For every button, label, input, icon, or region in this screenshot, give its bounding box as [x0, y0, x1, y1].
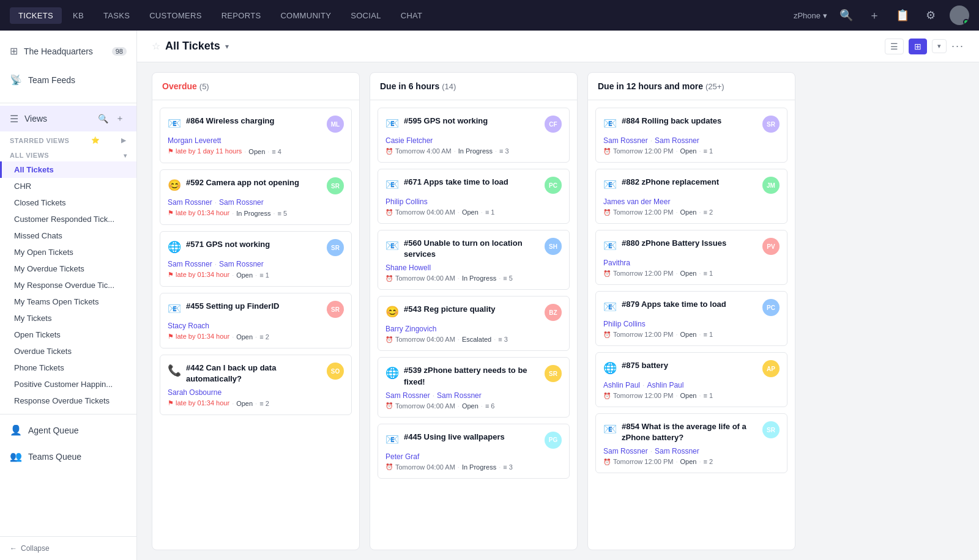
ticket-card-442[interactable]: 📞 #442 Can I back up data automatically?… — [160, 355, 352, 415]
sidebar-item-my-tickets[interactable]: My Tickets — [0, 310, 136, 326]
ticket-card-543[interactable]: 😊 #543 Reg picture quality BZ Barry Zing… — [378, 296, 570, 351]
sidebar-item-open-tickets[interactable]: Open Tickets — [0, 326, 136, 343]
views-icon: ☰ — [10, 113, 18, 125]
user-avatar[interactable] — [950, 6, 969, 25]
view-options-dropdown[interactable]: ▾ — [932, 39, 947, 53]
card-avatar-884: SR — [762, 116, 780, 133]
ticket-card-882[interactable]: 📧 #882 zPhone replacement JM James van d… — [595, 169, 787, 224]
nav-item-chat[interactable]: CHAT — [392, 7, 431, 24]
card-assignee-864[interactable]: Morgan Leverett — [168, 136, 344, 145]
card-title-875: #875 battery — [622, 360, 758, 371]
column-title-due6: Due in 6 hours — [380, 81, 439, 91]
sidebar-item-phone-tickets[interactable]: Phone Tickets — [0, 359, 136, 376]
list-view-toggle[interactable]: ☰ — [885, 39, 904, 54]
sidebar-item-all-tickets[interactable]: All Tickets — [0, 161, 136, 178]
ticket-card-879[interactable]: 📧 #879 Apps take time to load PC Philip … — [595, 291, 787, 346]
card-title-884: #884 Rolling back updates — [622, 116, 758, 127]
starred-views-label: STARRED VIEWS — [10, 137, 69, 144]
views-header-left[interactable]: ☰ Views — [10, 113, 47, 125]
card-title-854: #854 What is the average life of a zPhon… — [622, 421, 758, 443]
card-assignee-571[interactable]: Sam Rossner·Sam Rossner — [168, 260, 344, 268]
ticket-card-571[interactable]: 🌐 #571 GPS not working SR Sam Rossner·Sa… — [160, 231, 352, 287]
all-views-label: ALL VIEWS — [10, 152, 49, 159]
card-assignee-879[interactable]: Philip Collins — [603, 320, 780, 328]
nav-item-tickets[interactable]: TICKETS — [10, 7, 62, 24]
all-views-expand-icon[interactable]: ▾ — [124, 152, 127, 159]
card-meta-455: ⚑ late by 01:34 hour · Open · ≡ 2 — [168, 333, 344, 341]
starred-expand-icon[interactable]: ▶ — [121, 137, 127, 144]
settings-icon-btn[interactable]: ⚙ — [921, 6, 940, 24]
views-search-btn[interactable]: 🔍 — [95, 112, 111, 125]
nav-item-tasks[interactable]: TASKS — [95, 7, 138, 24]
sidebar-headquarters[interactable]: ⊞ The Headquarters 98 — [0, 37, 136, 65]
card-icon-543: 😊 — [385, 305, 399, 319]
card-assignee-854[interactable]: Sam Rossner·Sam Rossner — [603, 447, 780, 455]
sidebar-item-closed-tickets[interactable]: Closed Tickets — [0, 194, 136, 211]
card-assignee-880[interactable]: Pavithra — [603, 259, 780, 267]
search-icon-btn[interactable]: 🔍 — [837, 6, 855, 24]
card-meta-880: ⏰ Tomorrow 12:00 PM · Open · ≡ 1 — [603, 270, 780, 277]
ticket-card-671[interactable]: 📧 #671 Apps take time to load PC Philip … — [378, 169, 570, 224]
column-title-due12: Due in 12 hours and more — [598, 81, 703, 91]
sidebar-item-chr[interactable]: CHR — [0, 178, 136, 194]
ticket-card-455[interactable]: 📧 #455 Setting up FinderID SR Stacy Roac… — [160, 293, 352, 348]
ticket-card-560[interactable]: 📧 #560 Unable to turn on location servic… — [378, 230, 570, 290]
card-assignee-445[interactable]: Peter Graf — [385, 452, 562, 461]
sidebar-teams-queue[interactable]: 👥 Teams Queue — [0, 443, 136, 470]
ticket-card-875[interactable]: 🌐 #875 battery AP Ashlin Paul·Ashlin Pau… — [595, 352, 787, 407]
nav-item-customers[interactable]: CUSTOMERS — [141, 7, 210, 24]
team-feeds-label: Team Feeds — [28, 75, 75, 85]
card-assignee-875[interactable]: Ashlin Paul·Ashlin Paul — [603, 381, 780, 389]
sidebar-item-my-response-overdue[interactable]: My Response Overdue Tic... — [0, 277, 136, 293]
card-assignee-671[interactable]: Philip Collins — [385, 197, 562, 206]
card-assignee-595[interactable]: Casie Fletcher — [385, 136, 562, 145]
favorite-star-icon[interactable]: ☆ — [152, 40, 160, 52]
sidebar-team-feeds[interactable]: 📡 Team Feeds — [0, 65, 136, 94]
card-avatar-442: SO — [327, 363, 344, 380]
ticket-card-880[interactable]: 📧 #880 zPhone Battery Issues PV Pavithra… — [595, 230, 787, 285]
sidebar-item-overdue-tickets[interactable]: Overdue Tickets — [0, 343, 136, 359]
card-assignee-882[interactable]: James van der Meer — [603, 197, 780, 206]
sidebar-item-response-overdue[interactable]: Response Overdue Tickets — [0, 392, 136, 409]
zphone-selector[interactable]: zPhone ▾ — [794, 11, 827, 20]
sidebar-item-my-open-tickets[interactable]: My Open Tickets — [0, 244, 136, 260]
headquarters-badge: 98 — [112, 47, 127, 56]
compose-icon-btn[interactable]: 📋 — [893, 6, 912, 24]
card-assignee-442[interactable]: Sarah Osbourne — [168, 388, 344, 397]
nav-item-community[interactable]: COMMUNITY — [272, 7, 340, 24]
card-assignee-455[interactable]: Stacy Roach — [168, 322, 344, 330]
title-dropdown-arrow[interactable]: ▾ — [225, 42, 229, 51]
ticket-card-539[interactable]: 🌐 #539 zPhone battery needs to be fixed!… — [378, 357, 570, 417]
sidebar-item-positive-customer[interactable]: Positive Customer Happin... — [0, 376, 136, 392]
nav-item-reports[interactable]: REPORTS — [213, 7, 270, 24]
ticket-card-884[interactable]: 📧 #884 Rolling back updates SR Sam Rossn… — [595, 108, 787, 163]
card-assignee-543[interactable]: Barry Zingovich — [385, 325, 562, 333]
card-assignee-592[interactable]: Sam Rossner·Sam Rossner — [168, 198, 344, 207]
add-icon-btn[interactable]: ＋ — [865, 6, 884, 24]
kanban-column-overdue: Overdue (5) 📧 #864 Wireless charging ML … — [152, 72, 360, 550]
ticket-card-595[interactable]: 📧 #595 GPS not working CF Casie Fletcher… — [378, 108, 570, 163]
views-add-btn[interactable]: ＋ — [113, 112, 127, 125]
kanban-view-toggle[interactable]: ⊞ — [909, 39, 927, 54]
ticket-card-864[interactable]: 📧 #864 Wireless charging ML Morgan Lever… — [160, 108, 352, 163]
card-icon-875: 🌐 — [603, 361, 617, 375]
nav-item-social[interactable]: SOCIAL — [342, 7, 389, 24]
sidebar-agent-queue[interactable]: 👤 Agent Queue — [0, 417, 136, 443]
sidebar-item-customer-responded[interactable]: Customer Responded Tick... — [0, 211, 136, 227]
more-options-btn[interactable]: ··· — [951, 40, 964, 53]
sidebar-collapse-btn[interactable]: ← Collapse — [0, 536, 136, 560]
card-assignee-884[interactable]: Sam Rossner·Sam Rossner — [603, 136, 780, 145]
sidebar-item-my-teams-open[interactable]: My Teams Open Tickets — [0, 293, 136, 310]
card-meta-854: ⏰ Tomorrow 12:00 PM · Open · ≡ 2 — [603, 458, 780, 465]
ticket-card-445[interactable]: 📧 #445 Using live wallpapers PG Peter Gr… — [378, 424, 570, 479]
ticket-card-592[interactable]: 😊 #592 Camera app not opening SR Sam Ros… — [160, 169, 352, 225]
ticket-card-854[interactable]: 📧 #854 What is the average life of a zPh… — [595, 413, 787, 473]
card-meta-539: ⏰ Tomorrow 04:00 AM · Open · ≡ 6 — [385, 402, 562, 410]
card-assignee-560[interactable]: Shane Howell — [385, 263, 562, 272]
card-avatar-560: SH — [545, 238, 562, 255]
sidebar-item-missed-chats[interactable]: Missed Chats — [0, 227, 136, 244]
card-assignee-539[interactable]: Sam Rossner·Sam Rossner — [385, 391, 562, 400]
nav-item-kb[interactable]: KB — [64, 7, 92, 24]
sidebar-item-my-overdue[interactable]: My Overdue Tickets — [0, 260, 136, 277]
card-title-543: #543 Reg picture quality — [404, 304, 540, 315]
